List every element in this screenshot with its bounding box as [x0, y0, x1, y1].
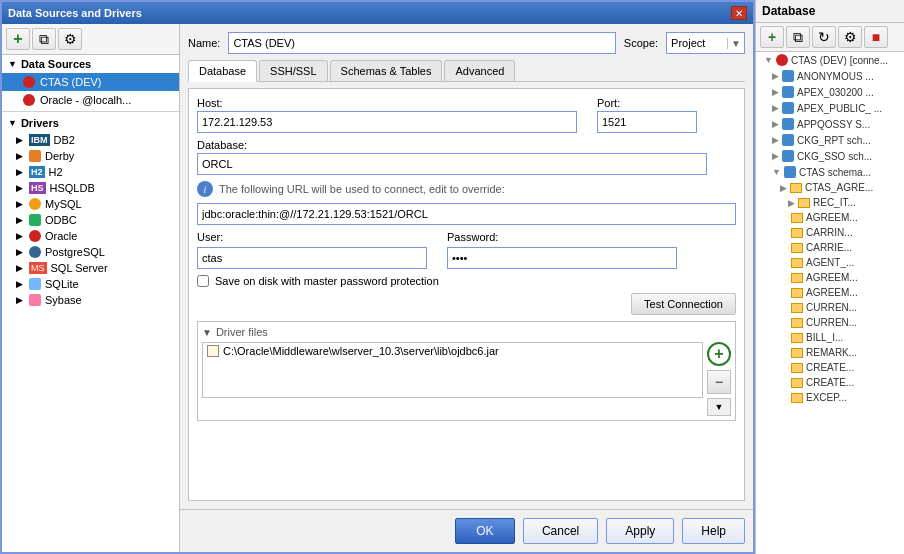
url-info-text: The following URL will be used to connec… — [219, 183, 505, 195]
driver-item-postgresql[interactable]: ▶ PostgreSQL — [2, 244, 179, 260]
apply-button[interactable]: Apply — [606, 518, 674, 544]
right-settings-button[interactable]: ⚙ — [838, 26, 862, 48]
user-input[interactable] — [197, 247, 427, 269]
dialog-close-button[interactable]: ✕ — [731, 6, 747, 20]
save-password-checkbox[interactable] — [197, 275, 209, 287]
tree-item-agreem-3[interactable]: AGREEM... — [756, 285, 904, 300]
driver-item-odbc[interactable]: ▶ ODBC — [2, 212, 179, 228]
tree-item-apex030200[interactable]: ▶ APEX_030200 ... — [756, 84, 904, 100]
ckg-rpt-icon — [782, 134, 794, 146]
driver-item-oracle[interactable]: ▶ Oracle — [2, 228, 179, 244]
driver-files-label: Driver files — [216, 326, 268, 338]
tree-item-agreem-1[interactable]: AGREEM... — [756, 210, 904, 225]
tree-item-carrie[interactable]: CARRIE... — [756, 240, 904, 255]
sqlite-arrow: ▶ — [16, 279, 23, 289]
tree-label-ctas-schema: CTAS schema... — [799, 167, 871, 178]
tree-item-create-2[interactable]: CREATE... — [756, 375, 904, 390]
driver-item-db2[interactable]: ▶ IBM DB2 — [2, 132, 179, 148]
right-toolbar: + ⧉ ↻ ⚙ ■ — [756, 23, 904, 52]
tree-item-appqossys[interactable]: ▶ APPQOSSY S... — [756, 116, 904, 132]
test-connection-button[interactable]: Test Connection — [631, 293, 736, 315]
drivers-arrow: ▼ — [8, 118, 17, 128]
driver-item-h2[interactable]: ▶ H2 H2 — [2, 164, 179, 180]
tree-item-ckg-sso[interactable]: ▶ CKG_SSO sch... — [756, 148, 904, 164]
tree-item-rec-it[interactable]: ▶ REC_IT... — [756, 195, 904, 210]
driver-item-derby[interactable]: ▶ Derby — [2, 148, 179, 164]
tree-item-curren-1[interactable]: CURREN... — [756, 300, 904, 315]
tree-item-ctas-dev[interactable]: ▼ CTAS (DEV) [conne... — [756, 52, 904, 68]
tree-item-carrin[interactable]: CARRIN... — [756, 225, 904, 240]
tree-item-apex-public[interactable]: ▶ APEX_PUBLIC_ ... — [756, 100, 904, 116]
tree-item-ctas-agre[interactable]: ▶ CTAS_AGRE... — [756, 180, 904, 195]
rec-it-icon — [798, 198, 810, 208]
bill-icon — [791, 333, 803, 343]
right-add-button[interactable]: + — [760, 26, 784, 48]
driver-item-mysql[interactable]: ▶ MySQL — [2, 196, 179, 212]
remark-icon — [791, 348, 803, 358]
sidebar-item-oracle-local[interactable]: Oracle - @localh... — [2, 91, 179, 109]
tree-item-agreem-2[interactable]: AGREEM... — [756, 270, 904, 285]
add-driver-file-button[interactable]: + — [707, 342, 731, 366]
tree-item-agent[interactable]: AGENT_... — [756, 255, 904, 270]
derby-arrow: ▶ — [16, 151, 23, 161]
main-content: Name: Scope: ▼ Database SSH/SSL Schemas … — [180, 24, 753, 509]
ctas-agre-icon — [790, 183, 802, 193]
sidebar-item-ctas-dev[interactable]: CTAS (DEV) — [2, 73, 179, 91]
right-copy-button[interactable]: ⧉ — [786, 26, 810, 48]
tree-item-bill[interactable]: BILL_I... — [756, 330, 904, 345]
host-input[interactable] — [197, 111, 577, 133]
database-input[interactable] — [197, 153, 707, 175]
data-sources-section-header[interactable]: ▼ Data Sources — [2, 55, 179, 73]
file-icon — [207, 345, 219, 357]
tab-ssh-ssl[interactable]: SSH/SSL — [259, 60, 327, 81]
driver-label-h2: H2 — [49, 166, 63, 178]
password-label: Password: — [447, 231, 517, 243]
tab-schemas-tables[interactable]: Schemas & Tables — [330, 60, 443, 81]
apex-public-icon — [782, 102, 794, 114]
scope-dropdown-button[interactable]: ▼ — [727, 38, 744, 49]
cancel-button[interactable]: Cancel — [523, 518, 598, 544]
url-input[interactable] — [197, 203, 736, 225]
remove-driver-file-button[interactable]: − — [707, 370, 731, 394]
tree-item-remark[interactable]: REMARK... — [756, 345, 904, 360]
tree-item-ckg-rpt[interactable]: ▶ CKG_RPT sch... — [756, 132, 904, 148]
tree-label-appqossys: APPQOSSY S... — [797, 119, 870, 130]
ok-button[interactable]: OK — [455, 518, 515, 544]
name-input[interactable] — [228, 32, 615, 54]
driver-item-sqlserver[interactable]: ▶ MS SQL Server — [2, 260, 179, 276]
driver-item-sqlite[interactable]: ▶ SQLite — [2, 276, 179, 292]
tab-advanced[interactable]: Advanced — [444, 60, 515, 81]
scroll-down-button[interactable]: ▼ — [707, 398, 731, 416]
database-label: Database: — [197, 139, 267, 151]
copy-datasource-button[interactable]: ⧉ — [32, 28, 56, 50]
tree-item-ctas-schema[interactable]: ▼ CTAS schema... — [756, 164, 904, 180]
driver-item-hsqldb[interactable]: ▶ HS HSQLDB — [2, 180, 179, 196]
agreem2-icon — [791, 273, 803, 283]
ckg-sso-arrow: ▶ — [772, 151, 779, 161]
help-button[interactable]: Help — [682, 518, 745, 544]
db2-arrow: ▶ — [16, 135, 23, 145]
tree-item-curren-2[interactable]: CURREN... — [756, 315, 904, 330]
driver-label-db2: DB2 — [54, 134, 75, 146]
tree-item-excep[interactable]: EXCEP... — [756, 390, 904, 405]
add-datasource-button[interactable]: + — [6, 28, 30, 50]
driver-item-sybase[interactable]: ▶ Sybase — [2, 292, 179, 308]
sidebar-item-label-2: Oracle - @localh... — [40, 94, 131, 106]
driver-label-mysql: MySQL — [45, 198, 82, 210]
anonymous-arrow: ▶ — [772, 71, 779, 81]
scope-input[interactable] — [667, 35, 727, 51]
right-stop-button[interactable]: ■ — [864, 26, 888, 48]
datasource-settings-button[interactable]: ⚙ — [58, 28, 82, 50]
ckg-sso-icon — [782, 150, 794, 162]
drivers-section-header[interactable]: ▼ Drivers — [2, 114, 179, 132]
right-refresh-button[interactable]: ↻ — [812, 26, 836, 48]
tree-item-anonymous[interactable]: ▶ ANONYMOUS ... — [756, 68, 904, 84]
db2-icon: IBM — [29, 134, 50, 146]
tree-item-create-1[interactable]: CREATE... — [756, 360, 904, 375]
driver-files-content: C:\Oracle\Middleware\wlserver_10.3\serve… — [202, 342, 731, 416]
password-input[interactable] — [447, 247, 677, 269]
port-input[interactable] — [597, 111, 697, 133]
right-panel: Database + ⧉ ↻ ⚙ ■ ▼ CTAS (DEV) [conne..… — [755, 0, 904, 554]
driver-files-collapse-arrow[interactable]: ▼ — [202, 327, 212, 338]
tab-database[interactable]: Database — [188, 60, 257, 82]
